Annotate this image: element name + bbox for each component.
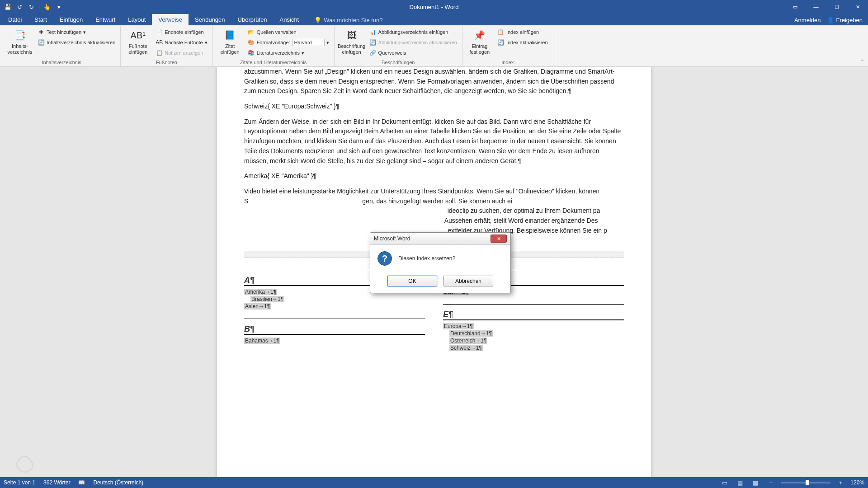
insert-endnote-button[interactable]: 📄Endnote einfügen	[154, 28, 208, 37]
mark-entry-button[interactable]: 📌 Eintrag festlegen	[466, 26, 493, 59]
undo-icon[interactable]: ↺	[14, 2, 24, 12]
group-label-citations: Zitate und Literaturverzeichnis	[217, 59, 330, 66]
status-language[interactable]: Deutsch (Österreich)	[93, 479, 143, 486]
index-subentry: Deutschland→1¶	[449, 330, 493, 337]
view-print-icon[interactable]: ▤	[735, 479, 745, 487]
update-figures-icon: 🔄	[369, 39, 377, 46]
close-icon[interactable]: ✕	[847, 0, 868, 14]
quick-access-toolbar: 💾 ↺ ↻ 👆 ▾	[0, 2, 66, 12]
collapse-ribbon-icon[interactable]: ⌃	[860, 59, 864, 65]
cancel-button[interactable]: Abbrechen	[443, 276, 493, 286]
insert-index-button[interactable]: 📋Index einfügen	[496, 28, 549, 37]
save-icon[interactable]: 💾	[3, 2, 13, 12]
insert-figures-button[interactable]: 📊Abbildungsverzeichnis einfügen	[368, 28, 458, 37]
bibliography-icon: 📚	[248, 49, 255, 56]
question-icon: ?	[377, 251, 392, 266]
window-title: Dokument1 - Word	[410, 4, 459, 10]
show-notes-icon: 📋	[156, 49, 163, 56]
citation-style-select[interactable]: 🎨Formatvorlage: Harvard ▾	[246, 38, 330, 47]
zoom-slider[interactable]	[781, 482, 830, 483]
tab-ueberpruefen[interactable]: Überprüfen	[231, 14, 274, 25]
tab-sendungen[interactable]: Sendungen	[189, 14, 231, 25]
show-notes-button: 📋Notizen anzeigen	[154, 48, 208, 57]
index-letter: E¶	[443, 310, 624, 320]
sign-in-button[interactable]: Anmelden	[794, 17, 821, 23]
zoom-out-button[interactable]: −	[765, 479, 776, 487]
index-entry: Amerika→1¶	[244, 289, 277, 295]
zoom-in-button[interactable]: +	[835, 479, 846, 487]
crossref-button[interactable]: 🔗Querverweis	[368, 48, 458, 57]
manage-sources-icon: 📂	[248, 28, 255, 36]
ok-button[interactable]: OK	[387, 276, 437, 286]
manage-sources-button[interactable]: 📂Quellen verwalten	[246, 28, 330, 37]
touch-mode-icon[interactable]: 👆	[42, 2, 52, 12]
xe-field-text: Europa:Schweiz	[284, 103, 330, 110]
group-captions: 🖼 Beschriftung einfügen 📊Abbildungsverze…	[335, 26, 462, 66]
status-proofing-icon[interactable]: 📖	[78, 479, 85, 486]
update-toc-button[interactable]: 🔄Inhaltsverzeichnis aktualisieren	[36, 38, 117, 47]
status-bar: Seite 1 von 1 362 Wörter 📖 Deutsch (Öste…	[0, 477, 868, 488]
update-toc-icon: 🔄	[38, 39, 45, 46]
dialog-close-button[interactable]: ✕	[491, 235, 507, 243]
bibliography-button[interactable]: 📚Literaturverzeichnis ▾	[246, 48, 330, 57]
group-label-captions: Beschriftungen	[338, 59, 458, 66]
tell-me-search[interactable]: 💡 Was möchten Sie tun?	[314, 17, 382, 25]
share-button[interactable]: 👤Freigeben	[827, 17, 863, 23]
view-read-icon[interactable]: ▭	[719, 479, 730, 487]
index-entry: Bahamas→1¶	[244, 338, 280, 344]
tab-entwurf[interactable]: Entwurf	[89, 14, 122, 25]
dialog-titlebar[interactable]: Microsoft Word ✕	[370, 233, 510, 245]
footnote-icon: AB¹	[131, 28, 145, 42]
index-subentry: Österreich→1¶	[449, 338, 487, 344]
insert-citation-button[interactable]: 📘 Zitat einfügen	[217, 26, 244, 59]
citation-icon: 📘	[223, 28, 237, 42]
minimize-icon[interactable]: —	[806, 0, 826, 14]
tab-verweise[interactable]: Verweise	[152, 14, 189, 25]
redo-icon[interactable]: ↻	[26, 2, 36, 12]
group-index: 📌 Eintrag festlegen 📋Index einfügen 🔄Ind…	[462, 26, 553, 66]
tab-ansicht[interactable]: Ansicht	[274, 14, 306, 25]
dialog-title: Microsoft Word	[374, 235, 410, 242]
insert-index-icon: 📋	[497, 28, 505, 36]
toc-button[interactable]: 📑 Inhalts- verzeichnis	[6, 26, 33, 59]
ribbon-options-icon[interactable]: ▭	[785, 0, 806, 14]
tab-datei[interactable]: Datei	[2, 14, 28, 25]
caption-icon: 🖼	[344, 28, 359, 42]
ribbon-tabs: Datei Start Einfügen Entwurf Layout Verw…	[0, 14, 868, 25]
style-value[interactable]: Harvard	[292, 39, 325, 46]
zoom-thumb[interactable]	[806, 480, 809, 485]
next-footnote-button[interactable]: ABNächste Fußnote ▾	[154, 38, 208, 47]
group-footnotes: AB¹ Fußnote einfügen 📄Endnote einfügen A…	[121, 26, 212, 66]
insert-caption-button[interactable]: 🖼 Beschriftung einfügen	[338, 26, 365, 59]
watermark-icon	[9, 443, 45, 479]
paragraph[interactable]: Schweiz{ XE "Europa:Schweiz" }¶	[244, 102, 624, 112]
crossref-icon: 🔗	[369, 49, 377, 56]
group-citations: 📘 Zitat einfügen 📂Quellen verwalten 🎨For…	[213, 26, 335, 66]
tab-start[interactable]: Start	[28, 14, 53, 25]
mark-entry-icon: 📌	[472, 28, 487, 42]
insert-footnote-button[interactable]: AB¹ Fußnote einfügen	[124, 26, 151, 59]
tab-einfuegen[interactable]: Einfügen	[53, 14, 89, 25]
endnote-icon: 📄	[156, 28, 163, 36]
tab-layout[interactable]: Layout	[122, 14, 152, 25]
window-controls: ▭ — ☐ ✕	[785, 0, 868, 14]
paragraph[interactable]: abzustimmen. Wenn Sie auf „Design" klick…	[244, 67, 624, 96]
group-label-footnotes: Fußnoten	[124, 59, 208, 66]
title-bar: 💾 ↺ ↻ 👆 ▾ Dokument1 - Word ▭ — ☐ ✕	[0, 0, 868, 14]
view-web-icon[interactable]: ▦	[750, 479, 761, 487]
add-text-button[interactable]: ✚Text hinzufügen ▾	[36, 28, 117, 37]
index-subentry: Brasilien→1¶	[250, 296, 284, 302]
qat-customize-icon[interactable]: ▾	[54, 2, 64, 12]
update-index-icon: 🔄	[497, 39, 505, 46]
paragraph[interactable]: Amerika{ XE "Amerika" }¶	[244, 171, 624, 181]
index-entry: Asien→1¶	[244, 303, 271, 310]
zoom-value[interactable]: 120%	[850, 479, 864, 486]
update-figures-button: 🔄Abbildungsverzeichnis aktualisieren	[368, 38, 458, 47]
status-page[interactable]: Seite 1 von 1	[4, 479, 35, 486]
status-words[interactable]: 362 Wörter	[43, 479, 70, 486]
update-index-button[interactable]: 🔄Index aktualisieren	[496, 38, 549, 47]
group-toc: 📑 Inhalts- verzeichnis ✚Text hinzufügen …	[3, 26, 121, 66]
paragraph[interactable]: Zum Ändern der Weise, in der sich ein Bi…	[244, 117, 624, 166]
group-label-index: Index	[466, 59, 549, 66]
maximize-icon[interactable]: ☐	[826, 0, 847, 14]
